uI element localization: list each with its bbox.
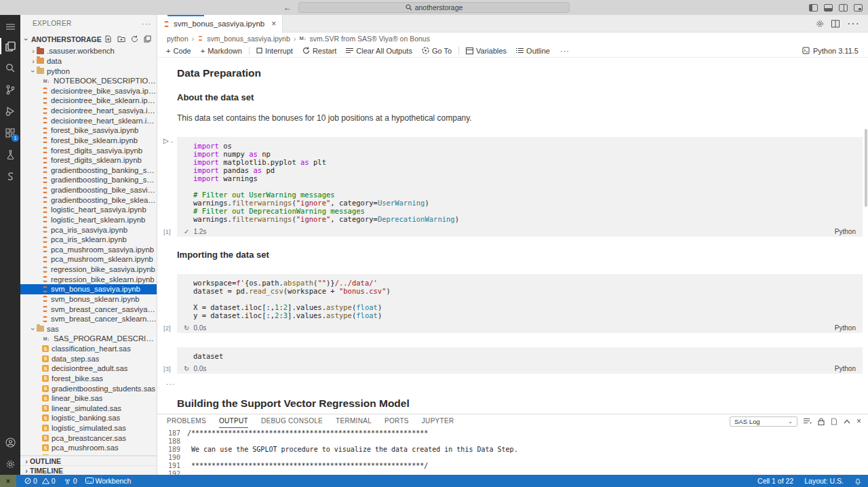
cell-language-picker[interactable]: Python: [835, 365, 856, 372]
tree-file-linear_bike.sas[interactable]: Slinear_bike.sas: [20, 393, 157, 404]
layout-indicator[interactable]: Layout: U.S.: [804, 477, 844, 485]
run-cell-button[interactable]: ▷: [163, 137, 169, 144]
tree-file-forest_bike_sasviya.ipynb[interactable]: forest_bike_sasviya.ipynb: [20, 125, 157, 136]
tree-file-forest_bike.sas[interactable]: Sforest_bike.sas: [20, 374, 157, 384]
tree-file-forest_digits_sasviya.ipynb[interactable]: forest_digits_sasviya.ipynb: [20, 145, 157, 155]
output-log[interactable]: 187/************************************…: [157, 428, 868, 475]
workbench-status[interactable]: Workbench: [85, 477, 132, 485]
explorer-more-actions-icon[interactable]: ···: [142, 20, 151, 28]
tree-file-forest_bike_sklearn.ipynb[interactable]: forest_bike_sklearn.ipynb: [20, 136, 157, 146]
tree-file-logistic_heart_sklearn.ipynb[interactable]: logistic_heart_sklearn.ipynb: [20, 215, 157, 225]
code-editor[interactable]: dataset: [177, 347, 863, 363]
tree-file-gradientboosting_banking_sasviya.i...[interactable]: gradientboosting_banking_sasviya.i...: [20, 165, 157, 176]
tree-file-svm_breast_cancer_sklearn.ipynb[interactable]: svm_breast_cancer_sklearn.ipynb: [20, 314, 157, 324]
tree-folder-.sasuser.workbench[interactable]: ›.sasuser.workbench: [20, 46, 157, 56]
output-filter-icon[interactable]: [804, 418, 812, 425]
toggle-secondary-sidebar-icon[interactable]: [839, 4, 848, 12]
gear-icon[interactable]: [816, 20, 824, 28]
add-markdown-cell-button[interactable]: +Markdown: [196, 44, 247, 58]
variables-button[interactable]: Variables: [461, 44, 511, 58]
tree-file-gradientboosting_bike_sasviya.ipynb[interactable]: gradientboosting_bike_sasviya.ipynb: [20, 185, 157, 195]
tree-file-pca_mushroom_sklearn.ipynb[interactable]: pca_mushroom_sklearn.ipynb: [20, 254, 157, 265]
menu-icon[interactable]: [0, 18, 20, 35]
tree-file-linear_simulated.sas[interactable]: Slinear_simulated.sas: [20, 404, 157, 414]
tree-file-data_step.sas[interactable]: Sdata_step.sas: [20, 353, 157, 364]
cell-language-picker[interactable]: Python: [835, 228, 856, 235]
ports-status[interactable]: 0: [64, 477, 77, 485]
toggle-panel-icon[interactable]: [824, 4, 833, 12]
run-options-chevron-icon[interactable]: ›: [169, 141, 175, 143]
remote-indicator[interactable]: ×: [0, 475, 16, 487]
tab-svm-bonus-sasviya[interactable]: svm_bonus_sasviya.ipynb ×: [157, 15, 283, 33]
new-folder-icon[interactable]: [117, 35, 125, 43]
panel-tab-ports[interactable]: PORTS: [384, 414, 409, 428]
tree-file-decisiontree_bike_sklearn.ipynb[interactable]: decisiontree_bike_sklearn.ipynb: [20, 96, 157, 106]
customize-layout-icon[interactable]: [854, 4, 863, 12]
tree-file-SAS_PROGRAM_DESCRIPTIONS.md[interactable]: M↓SAS_PROGRAM_DESCRIPTIONS.md: [20, 334, 157, 344]
testing-icon[interactable]: [0, 144, 20, 165]
restart-button[interactable]: Restart: [298, 44, 341, 58]
panel-tab-jupyter[interactable]: JUPYTER: [422, 414, 454, 428]
interrupt-button[interactable]: Interrupt: [252, 44, 298, 58]
tree-folder-python[interactable]: ›python: [20, 66, 157, 76]
panel-tab-output[interactable]: OUTPUT: [219, 414, 248, 428]
search-view-icon[interactable]: [0, 57, 20, 79]
tree-file-svm_bonus_sklearn.ipynb[interactable]: svm_bonus_sklearn.ipynb: [20, 294, 157, 305]
code-editor[interactable]: workspace=f'{os.path.abspath("")}/../dat…: [177, 274, 863, 322]
tree-file-gradientboosting_students.sas[interactable]: Sgradientboosting_students.sas: [20, 383, 157, 393]
cell-indicator[interactable]: Cell 1 of 22: [757, 477, 793, 485]
nav-back-icon[interactable]: ←: [283, 3, 292, 12]
tree-file-decisiontree_adult.sas[interactable]: Sdecisiontree_adult.sas: [20, 364, 157, 374]
sas-extension-icon[interactable]: [0, 165, 20, 187]
maximize-panel-icon[interactable]: [844, 419, 850, 424]
cell-language-picker[interactable]: Python: [835, 324, 856, 332]
tree-file-regression_bike_sklearn.ipynb[interactable]: regression_bike_sklearn.ipynb: [20, 274, 157, 284]
tree-file-decisiontree_bike_sasviya.ipynb[interactable]: decisiontree_bike_sasviya.ipynb: [20, 86, 157, 96]
account-icon[interactable]: [0, 431, 20, 453]
tree-file-svm_bonus_sasviya.ipynb[interactable]: svm_bonus_sasviya.ipynb: [20, 284, 157, 294]
refresh-icon[interactable]: [131, 35, 138, 43]
breadcrumb-folder[interactable]: python: [167, 35, 189, 43]
toolbar-more-icon[interactable]: ···: [555, 47, 575, 55]
kernel-picker[interactable]: Python 3.11.5: [802, 47, 868, 55]
source-control-icon[interactable]: [0, 79, 20, 100]
lock-scroll-icon[interactable]: [818, 418, 825, 425]
outline-section[interactable]: › OUTLINE: [20, 456, 157, 465]
problems-status[interactable]: 0 0: [24, 477, 56, 485]
output-channel-select[interactable]: SAS Log ⌄: [730, 416, 797, 427]
tree-file-pca_iris_sasviya.ipynb[interactable]: pca_iris_sasviya.ipynb: [20, 225, 157, 235]
tree-file-regression_bike_sasviya.ipynb[interactable]: regression_bike_sasviya.ipynb: [20, 265, 157, 275]
extensions-icon[interactable]: 1: [0, 122, 20, 144]
code-editor[interactable]: import osimport numpy as npimport matplo…: [177, 137, 863, 226]
timeline-section[interactable]: › TIMELINE: [20, 465, 157, 475]
collapsed-output-indicator[interactable]: ···: [166, 381, 864, 388]
new-file-icon[interactable]: [104, 35, 112, 43]
tree-file-logistic_banking.sas[interactable]: Slogistic_banking.sas: [20, 413, 157, 423]
collapse-all-icon[interactable]: [144, 35, 151, 43]
add-code-cell-button[interactable]: +Code: [161, 44, 196, 58]
command-center-search[interactable]: anotherstorage: [298, 2, 570, 13]
tree-file-logistic_simulated.sas[interactable]: Slogistic_simulated.sas: [20, 423, 157, 433]
goto-button[interactable]: Go To: [417, 44, 456, 58]
workspace-section-header[interactable]: › ANOTHERSTORAGE: [20, 32, 157, 46]
bell-icon[interactable]: [854, 478, 861, 485]
tree-file-gradientboosting_banking_sklearn.ip...[interactable]: gradientboosting_banking_sklearn.ip...: [20, 175, 157, 185]
run-debug-icon[interactable]: [0, 100, 20, 122]
panel-tab-problems[interactable]: PROBLEMS: [167, 414, 206, 428]
panel-tab-terminal[interactable]: TERMINAL: [336, 414, 372, 428]
tree-file-pca_mushroom.sas[interactable]: Spca_mushroom.sas: [20, 443, 157, 453]
tree-file-classification_heart.sas[interactable]: Sclassification_heart.sas: [20, 344, 157, 354]
breadcrumb-file[interactable]: svm_bonus_sasviya.ipynb: [207, 35, 290, 43]
notebook-scrollbar[interactable]: [865, 129, 867, 207]
tree-file-logistic_heart_sasviya.ipynb[interactable]: logistic_heart_sasviya.ipynb: [20, 205, 157, 215]
outline-button[interactable]: Outline: [511, 44, 555, 58]
tree-file-decisiontree_heart_sklearn.ipynb[interactable]: decisiontree_heart_sklearn.ipynb: [20, 115, 157, 125]
tree-file-forest_digits_sklearn.ipynb[interactable]: forest_digits_sklearn.ipynb: [20, 155, 157, 165]
explorer-icon[interactable]: [0, 35, 20, 57]
panel-tab-debug-console[interactable]: DEBUG CONSOLE: [261, 414, 323, 428]
more-actions-icon[interactable]: ···: [847, 18, 860, 30]
split-editor-icon[interactable]: [831, 20, 840, 28]
close-tab-icon[interactable]: ×: [271, 19, 276, 28]
tree-file-pca_iris_sklearn.ipynb[interactable]: pca_iris_sklearn.ipynb: [20, 235, 157, 245]
tree-file-decisiontree_heart_sasviya.ipynb[interactable]: decisiontree_heart_sasviya.ipynb: [20, 106, 157, 116]
